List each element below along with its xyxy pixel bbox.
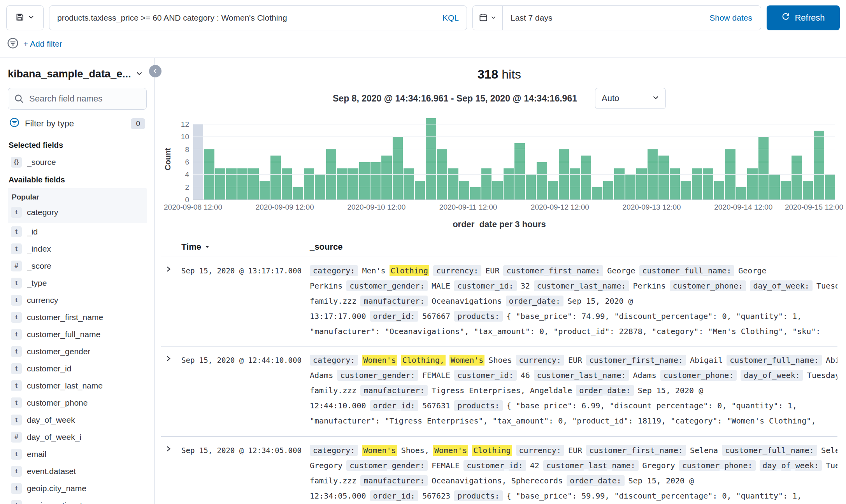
expand-row-button[interactable] — [161, 263, 174, 274]
doc-field-name: category: — [310, 445, 358, 456]
field-item-geoip.continent_name[interactable]: tgeoip.continent_name — [8, 497, 147, 504]
show-dates-button[interactable]: Show dates — [701, 13, 761, 23]
field-name: customer_full_name — [27, 330, 100, 339]
field-item-customer_last_name[interactable]: tcustomer_last_name — [8, 377, 147, 394]
timepicker-quick-range[interactable]: Last 7 days — [503, 13, 701, 23]
field-item-_type[interactable]: t_type — [8, 275, 147, 292]
field-item-day_of_week_i[interactable]: #day_of_week_i — [8, 429, 147, 446]
interval-select[interactable]: Auto — [595, 88, 666, 109]
collapse-sidebar-button[interactable] — [149, 65, 161, 77]
histogram-bar — [293, 187, 303, 200]
field-item-customer_phone[interactable]: tcustomer_phone — [8, 394, 147, 411]
doc-field-name: day_of_week: — [750, 280, 813, 291]
doc-field-value: George — [607, 266, 635, 275]
field-item-day_of_week[interactable]: tday_of_week — [8, 411, 147, 429]
expander-cell — [161, 263, 181, 339]
refresh-button[interactable]: Refresh — [767, 5, 840, 30]
doc-field-name: day_of_week: — [741, 370, 803, 381]
doc-field-name: day_of_week: — [760, 460, 822, 471]
query-input[interactable]: products.taxless_price >= 60 AND categor… — [49, 5, 467, 30]
hits-number: 318 — [477, 67, 498, 81]
timepicker-calendar-button[interactable] — [473, 6, 503, 30]
field-item-_index[interactable]: t_index — [8, 240, 147, 257]
filter-by-type-button[interactable]: Filter by type 0 — [8, 115, 147, 136]
field-item-email[interactable]: temail — [8, 446, 147, 463]
sort-descending-icon[interactable] — [204, 242, 210, 252]
doc-field-value: EUR — [568, 446, 582, 455]
chevron-down-icon — [491, 15, 496, 21]
filter-menu-icon[interactable] — [7, 37, 19, 51]
calendar-icon — [479, 13, 488, 23]
field-name: category — [27, 208, 58, 217]
doc-field-name: customer_gender: — [346, 460, 428, 471]
doc-timestamp: Sep 15, 2020 @ 12:34:05.000 — [181, 443, 310, 504]
document-row: Sep 15, 2020 @ 12:44:10.000category:Wome… — [161, 346, 837, 437]
document-row: Sep 15, 2020 @ 12:34:05.000category:Wome… — [161, 437, 837, 504]
y-axis-ticks: 024681012 — [174, 118, 193, 200]
search-icon — [14, 94, 24, 105]
expander-cell — [161, 353, 181, 429]
chart-header: Sep 8, 2020 @ 14:34:16.961 - Sep 15, 202… — [161, 88, 837, 109]
field-item-customer_gender[interactable]: tcustomer_gender — [8, 343, 147, 360]
highlighted-value: Women's — [449, 355, 484, 366]
query-text[interactable]: products.taxless_price >= 60 AND categor… — [57, 13, 437, 23]
histogram-bar — [703, 168, 713, 200]
popular-fields-list: tcategory — [8, 204, 147, 221]
table-header: Time _source — [161, 239, 837, 257]
search-field-names-input[interactable] — [8, 88, 147, 110]
histogram-bar — [747, 168, 757, 200]
field-name: currency — [27, 296, 58, 305]
histogram-bar — [504, 168, 514, 200]
field-type-t-icon: t — [11, 295, 22, 306]
histogram-bar — [359, 162, 369, 200]
histogram-bar — [681, 181, 691, 200]
expand-row-button[interactable] — [161, 443, 174, 453]
y-tick-label: 12 — [181, 120, 189, 129]
field-item-customer_id[interactable]: tcustomer_id — [8, 360, 147, 377]
histogram-bar — [270, 156, 281, 200]
histogram-plot[interactable] — [193, 118, 835, 200]
chevron-down-icon — [652, 93, 659, 103]
field-item-customer_first_name[interactable]: tcustomer_first_name — [8, 309, 147, 326]
histogram-bar — [260, 181, 270, 200]
content: kibana_sample_data_e... — [0, 58, 846, 504]
doc-field-name: products: — [454, 400, 502, 411]
doc-field-name: order_date: — [567, 475, 624, 486]
histogram-chart: Count 024681012 2020-09-08 12:002020-09-… — [161, 118, 835, 216]
doc-field-name: customer_last_name: — [534, 370, 629, 381]
field-item-_score[interactable]: #_score — [8, 257, 147, 275]
doc-field-name: customer_id: — [454, 280, 517, 291]
doc-field-name: customer_id: — [463, 460, 526, 471]
field-name: _type — [27, 278, 47, 288]
doc-field-value: Adams — [633, 371, 656, 380]
doc-field-name: currency: — [516, 355, 564, 366]
field-item-currency[interactable]: tcurrency — [8, 292, 147, 309]
doc-field-value: 567667 — [422, 312, 450, 321]
time-column-header[interactable]: Time — [181, 242, 201, 252]
field-item-_id[interactable]: t_id — [8, 223, 147, 240]
doc-field-name: customer_last_name: — [543, 460, 639, 471]
doc-field-name: manufacturer: — [360, 296, 428, 306]
histogram-bar — [481, 168, 491, 200]
highlighted-value: Clothing — [390, 265, 429, 276]
doc-field-value: FEMALE — [422, 371, 450, 380]
field-item-geoip.city_name[interactable]: tgeoip.city_name — [8, 480, 147, 497]
field-name: geoip.city_name — [27, 484, 86, 493]
add-filter-button[interactable]: + Add filter — [23, 39, 62, 49]
field-item-customer_full_name[interactable]: tcustomer_full_name — [8, 326, 147, 343]
gridline — [193, 149, 835, 149]
doc-field-name: currency: — [516, 445, 564, 456]
saved-query-menu-button[interactable] — [6, 5, 44, 30]
y-tick-label: 6 — [185, 158, 189, 166]
field-item-_source[interactable]: {}_source — [8, 154, 147, 171]
kql-language-button[interactable]: KQL — [442, 13, 459, 23]
index-pattern-selector[interactable]: kibana_sample_data_e... — [8, 68, 147, 80]
histogram-bar — [581, 156, 591, 200]
field-item-event.dataset[interactable]: tevent.dataset — [8, 463, 147, 480]
expand-row-button[interactable] — [161, 353, 174, 363]
doc-source: category:Women'sShoes,Women'sClothingcur… — [310, 443, 837, 504]
histogram-bar — [548, 181, 558, 200]
refresh-icon — [781, 12, 790, 23]
doc-field-value: Tuesday — [816, 281, 837, 290]
field-item-category[interactable]: tcategory — [8, 204, 147, 221]
